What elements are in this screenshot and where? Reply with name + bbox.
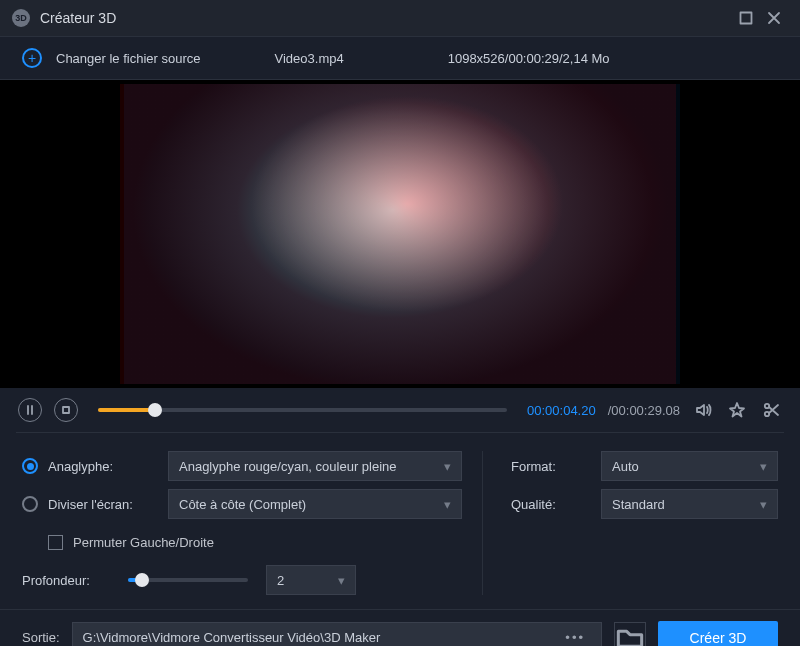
quality-label: Qualité: [511, 497, 591, 512]
chevron-down-icon: ▾ [444, 497, 451, 512]
source-filename: Video3.mp4 [275, 51, 344, 66]
output-label: Sortie: [22, 630, 60, 645]
swap-row: Permuter Gauche/Droite [22, 523, 462, 561]
depth-row: Profondeur: 2 ▾ [22, 561, 462, 599]
seek-thumb[interactable] [148, 403, 162, 417]
create-3d-button[interactable]: Créer 3D [658, 621, 778, 647]
anaglyph-mode-value: Anaglyphe rouge/cyan, couleur pleine [179, 459, 397, 474]
scissors-icon [762, 401, 780, 419]
pin-icon [728, 401, 746, 419]
window-title: Créateur 3D [40, 10, 116, 26]
source-info: 1098x526/00:00:29/2,14 Mo [448, 51, 610, 66]
video-preview [0, 80, 800, 388]
pause-icon [25, 405, 35, 415]
format-label: Format: [511, 459, 591, 474]
anaglyph-label: Anaglyphe: [48, 459, 158, 474]
split-row: Diviser l'écran: Côte à côte (Complet) ▾ [22, 485, 462, 523]
plus-circle-icon[interactable]: + [22, 48, 42, 68]
output-path-value: G:\Vidmore\Vidmore Convertisseur Vidéo\3… [83, 630, 381, 645]
snapshot-button[interactable] [726, 399, 748, 421]
maximize-button[interactable] [732, 4, 760, 32]
output-path-field[interactable]: G:\Vidmore\Vidmore Convertisseur Vidéo\3… [72, 622, 602, 647]
playback-controls: 00:00:04.20/00:00:29.08 [0, 388, 800, 432]
change-source-button[interactable]: Changer le fichier source [56, 51, 201, 66]
split-mode-value: Côte à côte (Complet) [179, 497, 306, 512]
format-value: Auto [612, 459, 639, 474]
format-row: Format: Auto ▾ [511, 447, 778, 485]
split-label: Diviser l'écran: [48, 497, 158, 512]
swap-label: Permuter Gauche/Droite [73, 535, 214, 550]
depth-value: 2 [277, 573, 284, 588]
svg-rect-1 [63, 407, 69, 413]
stop-icon [61, 405, 71, 415]
depth-value-select[interactable]: 2 ▾ [266, 565, 356, 595]
close-icon [767, 11, 781, 25]
divider [482, 451, 483, 595]
anaglyph-radio[interactable] [22, 458, 38, 474]
total-time: /00:00:29.08 [608, 403, 680, 418]
chevron-down-icon: ▾ [444, 459, 451, 474]
chevron-down-icon: ▾ [760, 459, 767, 474]
volume-button[interactable] [692, 399, 714, 421]
depth-thumb[interactable] [135, 573, 149, 587]
chevron-down-icon: ▾ [338, 573, 345, 588]
settings-panel: Anaglyphe: Anaglyphe rouge/cyan, couleur… [0, 433, 800, 603]
format-select[interactable]: Auto ▾ [601, 451, 778, 481]
open-folder-button[interactable] [614, 622, 646, 647]
title-bar: 3D Créateur 3D [0, 0, 800, 36]
quality-value: Standard [612, 497, 665, 512]
chevron-down-icon: ▾ [760, 497, 767, 512]
stop-button[interactable] [54, 398, 78, 422]
cut-button[interactable] [760, 399, 782, 421]
close-button[interactable] [760, 4, 788, 32]
current-time: 00:00:04.20 [527, 403, 596, 418]
app-icon: 3D [12, 9, 30, 27]
quality-select[interactable]: Standard ▾ [601, 489, 778, 519]
browse-button[interactable]: ••• [559, 630, 591, 645]
anaglyph-mode-select[interactable]: Anaglyphe rouge/cyan, couleur pleine ▾ [168, 451, 462, 481]
depth-label: Profondeur: [22, 573, 118, 588]
folder-icon [615, 623, 645, 647]
source-bar: + Changer le fichier source Video3.mp4 1… [0, 36, 800, 80]
swap-checkbox[interactable] [48, 535, 63, 550]
quality-row: Qualité: Standard ▾ [511, 485, 778, 523]
depth-slider[interactable] [128, 578, 248, 582]
square-icon [739, 11, 753, 25]
anaglyph-row: Anaglyphe: Anaglyphe rouge/cyan, couleur… [22, 447, 462, 485]
preview-canvas [120, 84, 680, 384]
speaker-icon [694, 401, 712, 419]
seek-slider[interactable] [98, 408, 507, 412]
svg-rect-0 [741, 13, 752, 24]
footer-bar: Sortie: G:\Vidmore\Vidmore Convertisseur… [0, 609, 800, 646]
pause-button[interactable] [18, 398, 42, 422]
split-radio[interactable] [22, 496, 38, 512]
split-mode-select[interactable]: Côte à côte (Complet) ▾ [168, 489, 462, 519]
